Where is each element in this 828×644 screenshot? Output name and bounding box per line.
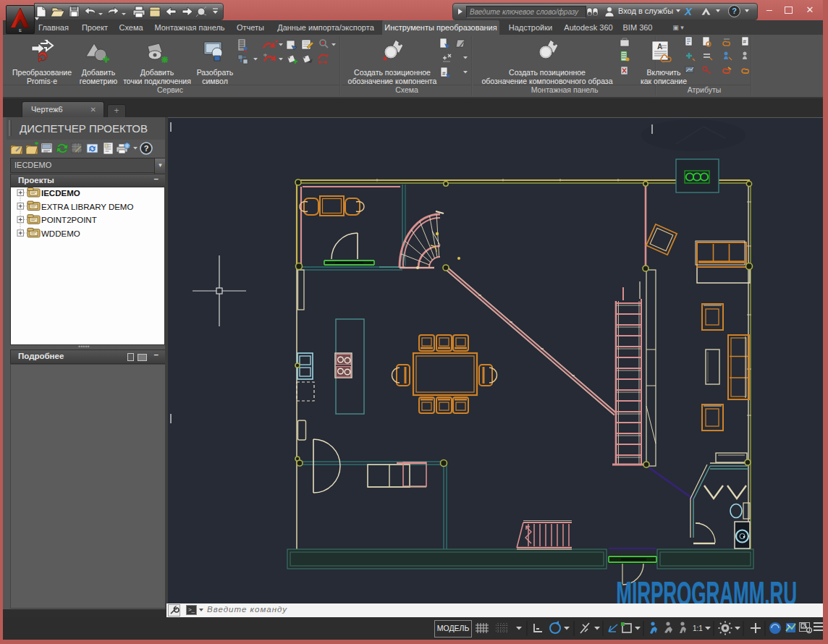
svg-text:A: A bbox=[657, 43, 662, 51]
svg-text:#: # bbox=[743, 38, 747, 45]
svg-text:1:1: 1:1 bbox=[693, 624, 703, 632]
svg-text:#: # bbox=[442, 70, 446, 77]
svg-text:E: E bbox=[19, 28, 22, 33]
svg-text:?: ? bbox=[144, 144, 149, 153]
